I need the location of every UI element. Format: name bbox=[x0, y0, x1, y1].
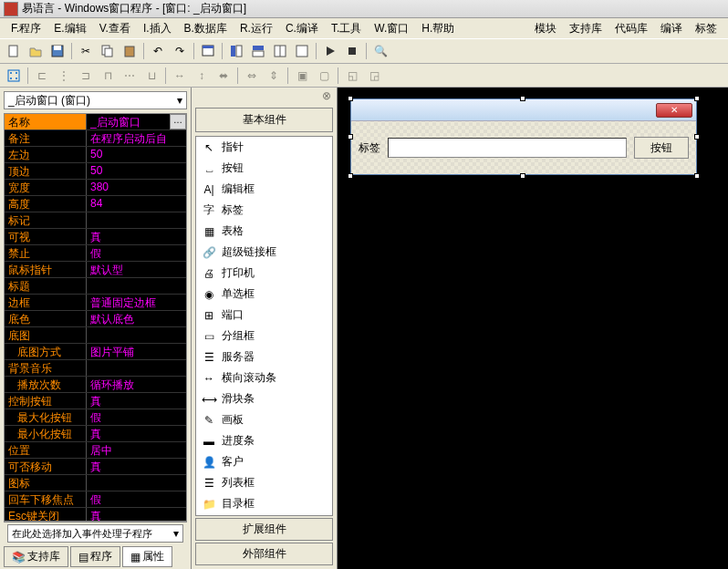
new-button[interactable] bbox=[4, 41, 24, 61]
menu-item[interactable]: W.窗口 bbox=[369, 19, 414, 38]
property-row[interactable]: 位置居中 bbox=[5, 442, 186, 459]
toolbox-category-button[interactable]: 扩展组件 bbox=[195, 518, 333, 541]
save-button[interactable] bbox=[47, 41, 68, 61]
layout1-button[interactable] bbox=[226, 41, 246, 61]
component-item[interactable]: 🔗超级链接框 bbox=[196, 242, 332, 263]
property-value[interactable]: 50 bbox=[87, 147, 186, 162]
menu-item[interactable]: T.工具 bbox=[326, 19, 367, 38]
find-button[interactable]: 🔍 bbox=[370, 41, 390, 61]
property-value[interactable]: 真 bbox=[87, 508, 186, 522]
property-grid[interactable]: 名称_启动窗口…备注在程序启动后自左边50顶边50宽度380高度84标记可视真禁… bbox=[4, 113, 187, 522]
property-value[interactable]: 84 bbox=[87, 196, 186, 212]
selection-handle[interactable] bbox=[348, 96, 353, 101]
property-value[interactable] bbox=[87, 327, 186, 343]
component-item[interactable]: ↔横向滚动条 bbox=[196, 367, 332, 388]
menu-item[interactable]: 编译 bbox=[655, 19, 688, 38]
selection-handle[interactable] bbox=[694, 173, 700, 179]
menu-item[interactable]: R.运行 bbox=[234, 19, 278, 38]
property-row[interactable]: 宽度380 bbox=[5, 180, 186, 196]
property-row[interactable]: 播放次数循环播放 bbox=[5, 377, 186, 393]
component-item[interactable]: ⎵按钮 bbox=[196, 158, 332, 179]
property-value[interactable]: 真 bbox=[87, 393, 186, 409]
same-size-button[interactable]: ⬌ bbox=[213, 66, 234, 86]
menu-item[interactable]: 支持库 bbox=[564, 19, 608, 38]
property-row[interactable]: 高度84 bbox=[5, 196, 186, 212]
design-form-body[interactable]: 标签 按钮 bbox=[351, 121, 696, 174]
component-item[interactable]: ⟷滑块条 bbox=[196, 388, 332, 409]
align-top-button[interactable]: ⊓ bbox=[98, 66, 118, 86]
property-value[interactable] bbox=[87, 278, 186, 294]
selection-handle[interactable] bbox=[694, 96, 700, 101]
menu-item[interactable]: H.帮助 bbox=[416, 19, 460, 38]
property-row[interactable]: 禁止假 bbox=[5, 245, 186, 262]
menu-item[interactable]: 标签 bbox=[690, 19, 723, 38]
menu-item[interactable]: 模块 bbox=[529, 19, 562, 38]
menu-item[interactable]: F.程序 bbox=[5, 19, 47, 38]
component-item[interactable]: ☰服务器 bbox=[196, 347, 332, 367]
property-row[interactable]: 左边50 bbox=[5, 147, 186, 163]
property-row[interactable]: 标题 bbox=[5, 278, 186, 295]
selection-handle[interactable] bbox=[348, 134, 353, 140]
same-width-button[interactable]: ↔ bbox=[170, 66, 190, 86]
property-value[interactable] bbox=[87, 360, 186, 376]
same-height-button[interactable]: ↕ bbox=[192, 66, 212, 86]
property-row[interactable]: 顶边50 bbox=[5, 163, 186, 180]
menu-item[interactable]: 代码库 bbox=[609, 19, 653, 38]
component-item[interactable]: ▭分组框 bbox=[196, 326, 332, 347]
open-button[interactable] bbox=[26, 41, 46, 61]
property-row[interactable]: 鼠标指针默认型 bbox=[5, 262, 186, 278]
selection-handle[interactable] bbox=[520, 173, 525, 179]
menu-item[interactable]: V.查看 bbox=[94, 19, 136, 38]
property-row[interactable]: 底图方式图片平铺 bbox=[5, 344, 186, 360]
bring-front-button[interactable]: ◱ bbox=[342, 66, 362, 86]
design-label[interactable]: 标签 bbox=[359, 140, 380, 156]
menu-item[interactable]: C.编译 bbox=[280, 19, 324, 38]
menu-item[interactable]: B.数据库 bbox=[179, 19, 233, 38]
component-item[interactable]: A|编辑框 bbox=[196, 179, 332, 200]
center-h-button[interactable]: ▣ bbox=[292, 66, 312, 86]
property-value[interactable]: 假 bbox=[87, 409, 186, 425]
component-item[interactable]: ▬进度条 bbox=[196, 430, 332, 451]
property-row[interactable]: 底图 bbox=[5, 327, 186, 344]
property-value[interactable]: _启动窗口 bbox=[87, 114, 170, 129]
align-center-h-button[interactable]: ⋮ bbox=[54, 66, 74, 86]
menu-item[interactable]: E.编辑 bbox=[48, 19, 91, 38]
component-item[interactable]: ✎画板 bbox=[196, 409, 332, 430]
property-value[interactable] bbox=[87, 212, 186, 228]
align-left-button[interactable]: ⊏ bbox=[32, 66, 52, 86]
layout4-button[interactable] bbox=[292, 41, 312, 61]
property-row[interactable]: 名称_启动窗口… bbox=[5, 114, 186, 130]
component-item[interactable]: ☰列表框 bbox=[196, 472, 332, 493]
dist-v-button[interactable]: ⇕ bbox=[264, 66, 284, 86]
copy-button[interactable] bbox=[98, 41, 118, 61]
component-item[interactable]: ◉单选框 bbox=[196, 284, 332, 305]
property-row[interactable]: 底色默认底色 bbox=[5, 311, 186, 327]
design-form[interactable]: ✕ 标签 按钮 bbox=[350, 98, 697, 175]
selection-handle[interactable] bbox=[348, 173, 353, 179]
object-selector[interactable]: _启动窗口 (窗口) ▾ bbox=[4, 91, 187, 109]
property-value[interactable]: 假 bbox=[87, 245, 186, 261]
property-value[interactable]: 默认型 bbox=[87, 262, 186, 277]
close-icon[interactable]: ✕ bbox=[656, 103, 692, 118]
redo-button[interactable]: ↷ bbox=[170, 41, 190, 61]
component-item[interactable]: 字标签 bbox=[196, 200, 332, 221]
center-v-button[interactable]: ▢ bbox=[314, 66, 334, 86]
property-value[interactable]: 假 bbox=[87, 491, 186, 507]
component-item[interactable]: ▦表格 bbox=[196, 221, 332, 242]
paste-button[interactable] bbox=[120, 41, 140, 61]
align-center-v-button[interactable]: ⋯ bbox=[120, 66, 140, 86]
property-row[interactable]: Esc键关闭真 bbox=[5, 508, 186, 522]
component-item[interactable]: 📁目录框 bbox=[196, 493, 332, 514]
design-textbox[interactable] bbox=[388, 138, 627, 158]
form-designer[interactable]: ✕ 标签 按钮 bbox=[338, 88, 728, 569]
property-value[interactable]: 图片平铺 bbox=[87, 344, 186, 359]
selection-handle[interactable] bbox=[694, 134, 700, 140]
property-row[interactable]: 最小化按钮真 bbox=[5, 426, 186, 442]
stop-button[interactable] bbox=[342, 41, 362, 61]
send-back-button[interactable]: ◲ bbox=[364, 66, 384, 86]
property-row[interactable]: 可视真 bbox=[5, 229, 186, 245]
property-row[interactable]: 边框普通固定边框 bbox=[5, 295, 186, 311]
component-item[interactable]: 🖨打印机 bbox=[196, 263, 332, 284]
property-value[interactable]: 50 bbox=[87, 163, 186, 179]
property-value[interactable]: 真 bbox=[87, 426, 186, 441]
